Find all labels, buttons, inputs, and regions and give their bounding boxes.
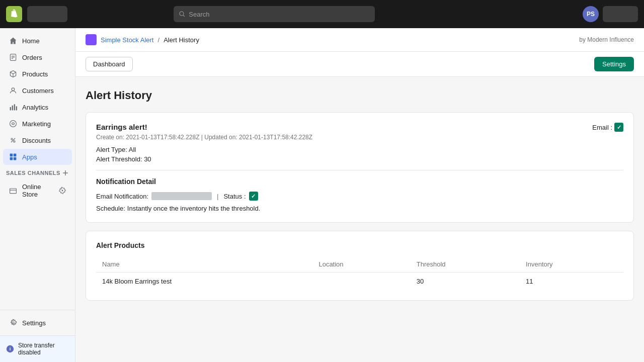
- products-table: Name Location Threshold Inventory 14k Bl…: [96, 256, 623, 290]
- sidebar-label-analytics: Analytics: [22, 104, 48, 111]
- breadcrumb-separator: /: [158, 36, 160, 44]
- page-content: Alert History Earrings alert! Email : Cr…: [75, 77, 644, 362]
- sidebar-label-marketing: Marketing: [22, 120, 51, 128]
- cell-name: 14k Bloom Earrings test: [96, 273, 312, 291]
- svg-rect-21: [14, 157, 17, 160]
- products-table-header-row: Name Location Threshold Inventory: [96, 256, 623, 273]
- svg-rect-10: [10, 107, 11, 110]
- sidebar-item-apps[interactable]: Apps: [3, 149, 72, 165]
- shopify-logo: [6, 6, 22, 22]
- notification-email-row: Email Notification: | Status :: [96, 192, 623, 201]
- products-section: Alert Products Name Location Threshold I…: [86, 231, 633, 300]
- svg-line-7: [10, 72, 13, 74]
- sidebar-label-apps: Apps: [22, 153, 37, 161]
- sidebar-item-discounts[interactable]: Discounts: [3, 132, 72, 148]
- sidebar-item-home[interactable]: Home: [3, 33, 72, 49]
- status-checkbox: [249, 192, 258, 201]
- alert-card: Earrings alert! Email : Create on: 2021-…: [86, 112, 634, 223]
- products-table-body: 14k Bloom Earrings test3011: [96, 273, 623, 291]
- sales-channels-header: SALES CHANNELS: [0, 165, 75, 178]
- email-checkbox: [614, 123, 623, 132]
- store-name[interactable]: [27, 6, 67, 22]
- dashboard-button[interactable]: Dashboard: [86, 57, 133, 71]
- col-inventory: Inventory: [520, 256, 623, 273]
- svg-rect-20: [10, 157, 13, 160]
- online-store-settings-icon[interactable]: [59, 187, 66, 194]
- alert-type: Alert Type: All: [96, 146, 623, 153]
- sidebar-label-settings: Settings: [22, 319, 46, 327]
- svg-rect-18: [10, 154, 13, 157]
- search-bar[interactable]: Search: [174, 6, 375, 22]
- alert-threshold: Alert Threshold: 30: [96, 155, 623, 163]
- breadcrumb-app-name[interactable]: Simple Stock Alert: [101, 36, 154, 44]
- status-label: Status :: [223, 193, 246, 200]
- sidebar-bottom: Settings: [0, 310, 75, 335]
- cell-location: [312, 273, 410, 291]
- svg-point-27: [12, 322, 14, 324]
- svg-point-0: [180, 12, 184, 16]
- avatar[interactable]: PS: [583, 6, 599, 22]
- svg-text:i: i: [10, 346, 11, 351]
- sidebar-item-orders[interactable]: Orders: [3, 49, 72, 65]
- breadcrumb-current-page: Alert History: [164, 36, 199, 44]
- schedule-row: Schedule: Instantly once the inventory h…: [96, 205, 623, 212]
- svg-rect-11: [12, 106, 13, 111]
- svg-rect-12: [14, 104, 15, 110]
- add-sales-channel-icon[interactable]: [62, 169, 69, 176]
- sidebar-label-online-store: Online Store: [22, 183, 54, 198]
- sidebar-label-customers: Customers: [22, 87, 54, 95]
- breadcrumb: Simple Stock Alert / Alert History: [86, 34, 199, 45]
- svg-rect-13: [16, 106, 17, 110]
- toolbar: Dashboard Settings: [75, 52, 644, 77]
- sidebar-nav: Home Orders Products Customers Analytics…: [0, 28, 75, 310]
- alert-header: Earrings alert! Email :: [96, 123, 623, 132]
- products-table-head: Name Location Threshold Inventory: [96, 256, 623, 273]
- alert-date: Create on: 2021-01-13T17:58:42.228Z | Up…: [96, 134, 623, 141]
- email-notif-value-bar: [151, 192, 212, 200]
- store-transfer-banner: i Store transfer disabled: [0, 335, 75, 362]
- schedule-label: Schedule:: [96, 205, 125, 212]
- sidebar-item-settings[interactable]: Settings: [3, 315, 72, 331]
- table-row: 14k Bloom Earrings test3011: [96, 273, 623, 291]
- sidebar-item-analytics[interactable]: Analytics: [3, 99, 72, 115]
- app-developer: by Modern Influence: [579, 36, 634, 43]
- notification-section-title: Notification Detail: [96, 177, 623, 186]
- email-badge: Email :: [592, 123, 623, 132]
- sidebar-label-home: Home: [22, 37, 40, 45]
- settings-button[interactable]: Settings: [594, 57, 634, 71]
- alert-card-body: Earrings alert! Email : Create on: 2021-…: [86, 113, 633, 222]
- sidebar-item-customers[interactable]: Customers: [3, 82, 72, 99]
- sidebar-item-online-store[interactable]: Online Store: [3, 179, 72, 202]
- email-label: Email :: [592, 124, 612, 131]
- svg-line-17: [11, 138, 15, 142]
- col-name: Name: [96, 256, 312, 273]
- info-icon: i: [6, 345, 14, 353]
- alert-title: Earrings alert!: [96, 123, 147, 131]
- store-transfer-label: Store transfer disabled: [18, 342, 69, 356]
- topbar-right: PS: [583, 6, 638, 22]
- svg-line-8: [13, 72, 16, 74]
- svg-point-14: [10, 121, 17, 127]
- email-notif-label: Email Notification:: [96, 193, 148, 200]
- cell-inventory: 11: [520, 273, 623, 291]
- topbar-action-btn[interactable]: [603, 6, 638, 22]
- sidebar-item-marketing[interactable]: Marketing: [3, 116, 72, 132]
- sidebar-label-discounts: Discounts: [22, 137, 51, 144]
- products-title: Alert Products: [96, 241, 623, 249]
- main-content: Simple Stock Alert / Alert History by Mo…: [75, 28, 644, 362]
- sidebar: Home Orders Products Customers Analytics…: [0, 28, 75, 362]
- svg-point-9: [12, 88, 15, 91]
- svg-point-16: [14, 141, 15, 142]
- page-title: Alert History: [86, 89, 634, 102]
- sidebar-item-products[interactable]: Products: [3, 66, 72, 82]
- products-card: Alert Products Name Location Threshold I…: [86, 231, 634, 301]
- app-header: Simple Stock Alert / Alert History by Mo…: [75, 28, 644, 52]
- sidebar-label-products: Products: [22, 70, 48, 78]
- card-divider: [96, 170, 623, 170]
- svg-point-15: [11, 138, 13, 140]
- svg-rect-24: [10, 189, 17, 194]
- pipe-separator: |: [217, 193, 218, 200]
- svg-point-26: [62, 190, 63, 192]
- topbar: Search PS: [0, 0, 644, 28]
- cell-threshold: 30: [411, 273, 520, 291]
